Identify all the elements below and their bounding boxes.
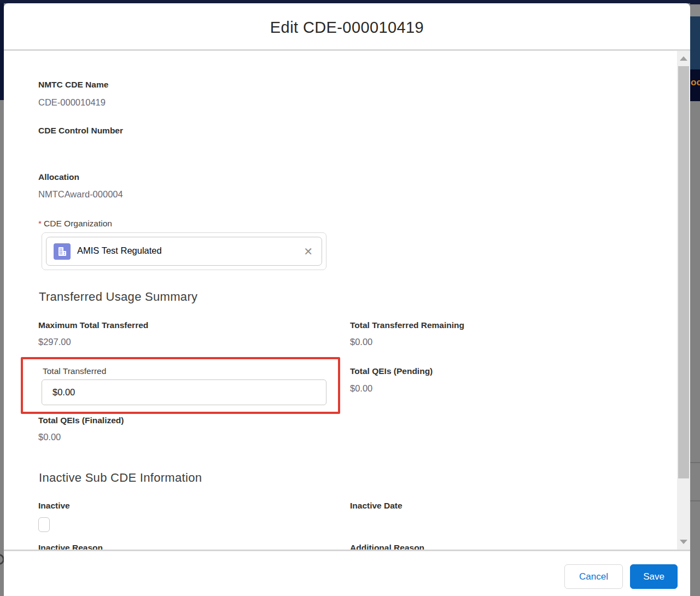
edit-cde-modal: Edit CDE-000010419 NMTC CDE Name CDE-000… (4, 3, 690, 596)
total-transferred-remaining-label: Total Transferred Remaining (350, 320, 464, 330)
scrollbar-thumb[interactable] (678, 66, 689, 478)
allocation-value: NMTCAward-000004 (38, 189, 123, 200)
background-navbar-edge (690, 0, 700, 4)
modal-footer: Cancel Save (4, 550, 690, 596)
inactive-label: Inactive (38, 501, 70, 511)
transferred-usage-summary-heading: Transferred Usage Summary (39, 290, 197, 304)
total-qeis-finalized-label: Total QEIs (Finalized) (38, 416, 124, 425)
cde-organization-lookup[interactable]: AMIS Test Regulated ✕ (42, 232, 326, 270)
scroll-up-arrow-icon[interactable] (680, 56, 687, 61)
modal-header: Edit CDE-000010419 (4, 3, 690, 49)
background-divider-line (690, 462, 700, 463)
nmtc-cde-name-label: NMTC CDE Name (38, 80, 108, 90)
background-partial-text: oc (691, 77, 700, 88)
inactive-date-label: Inactive Date (350, 501, 402, 511)
cde-organization-label: *CDE Organization (38, 219, 112, 229)
inactive-sub-cde-heading: Inactive Sub CDE Information (39, 471, 202, 485)
maximum-total-transferred-label: Maximum Total Transferred (38, 320, 148, 330)
total-qeis-pending-value: $0.00 (350, 383, 372, 394)
background-dark-navy-band: oc (690, 69, 700, 101)
header-divider (4, 49, 690, 51)
total-qeis-pending-label: Total QEIs (Pending) (350, 366, 433, 376)
cde-organization-selected-value: AMIS Test Regulated (77, 246, 162, 256)
background-navy-band (690, 16, 700, 69)
total-transferred-label: Total Transferred (43, 366, 106, 376)
remove-selection-icon[interactable]: ✕ (304, 244, 313, 259)
required-asterisk: * (38, 219, 42, 228)
background-gray-band (690, 4, 700, 16)
modal-body: NMTC CDE Name CDE-000010419 CDE Control … (4, 3, 690, 596)
inactive-checkbox[interactable] (38, 517, 50, 532)
total-transferred-remaining-value: $0.00 (350, 337, 372, 347)
allocation-label: Allocation (38, 172, 79, 182)
nmtc-cde-name-value: CDE-000010419 (38, 97, 106, 108)
cancel-button[interactable]: Cancel (564, 564, 623, 589)
background-divider-line (690, 500, 700, 501)
background-right-strip: oc (690, 0, 700, 596)
maximum-total-transferred-value: $297.00 (38, 337, 71, 347)
total-qeis-finalized-value: $0.00 (38, 432, 61, 442)
scroll-down-arrow-icon[interactable] (680, 540, 687, 544)
cde-control-number-label: CDE Control Number (38, 126, 123, 136)
vertical-scrollbar[interactable] (677, 51, 690, 550)
cde-organization-selected-pill[interactable]: AMIS Test Regulated ✕ (46, 237, 322, 266)
modal-title: Edit CDE-000010419 (4, 3, 690, 49)
background-left-strip (0, 3, 4, 100)
save-button[interactable]: Save (630, 564, 678, 589)
account-building-icon (54, 243, 71, 260)
total-transferred-input[interactable] (42, 379, 326, 405)
